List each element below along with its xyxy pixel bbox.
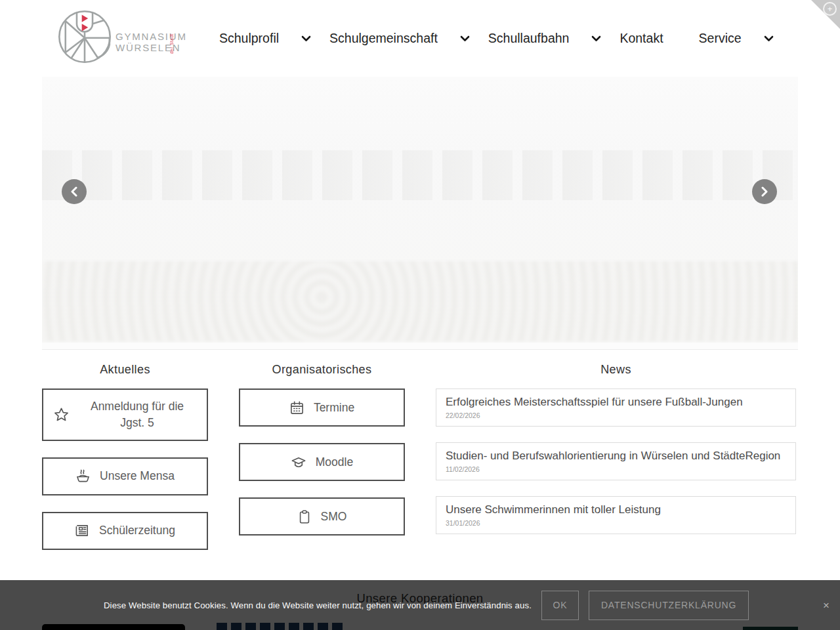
clipboard-icon	[297, 509, 312, 524]
button-label: Termine	[314, 400, 354, 416]
newspaper-icon	[75, 523, 90, 538]
close-icon[interactable]: ×	[823, 600, 830, 611]
termine-button[interactable]: Termine	[239, 388, 405, 427]
hero-image-ground	[42, 261, 798, 341]
news-title: News	[436, 363, 796, 377]
aktuelles-title: Aktuelles	[42, 363, 208, 377]
site-logo[interactable]: GYMNASIUM WÜRSELEN der Stadt	[56, 9, 188, 69]
aktuelles-column: Aktuelles Anmeldung für die Jgst. 5 Unse…	[42, 359, 208, 566]
nav-label: Service	[699, 31, 742, 46]
nav-item-kontakt[interactable]: Kontakt	[610, 31, 672, 46]
news-item-date: 11/02/2026	[446, 465, 786, 473]
cookie-privacy-button[interactable]: DATENSCHUTZERKLÄRUNG	[589, 591, 749, 620]
logo-subtitle: der Stadt	[169, 30, 174, 54]
news-item-title: Unsere Schwimmerinnen mit toller Leistun…	[446, 503, 786, 517]
news-item[interactable]: Studien- und Berufswahlorientierung in W…	[436, 442, 796, 480]
button-label: Schülerzeitung	[99, 522, 175, 539]
smo-button[interactable]: SMO	[239, 497, 405, 536]
hero-slider	[42, 77, 798, 350]
button-label: Unsere Mensa	[100, 468, 175, 484]
news-item[interactable]: Unsere Schwimmerinnen mit toller Leistun…	[436, 496, 796, 534]
slider-prev-button[interactable]	[62, 179, 87, 204]
slider-next-button[interactable]	[752, 179, 777, 204]
nav-label: Kontakt	[620, 31, 663, 46]
moodle-button[interactable]: Moodle	[239, 443, 405, 481]
hero-bottom-strip	[42, 343, 798, 349]
news-item-title: Studien- und Berufswahlorientierung in W…	[446, 449, 786, 463]
hero-image-windows	[42, 150, 798, 200]
chevron-right-icon	[761, 186, 768, 197]
star-icon	[54, 407, 69, 422]
chevron-down-icon	[301, 35, 311, 42]
nav-label: Schulgemeinschaft	[329, 31, 438, 46]
nav-label: Schulprofil	[219, 31, 279, 46]
nav-label: Schullaufbahn	[488, 31, 570, 46]
nav-item-service[interactable]: Service	[690, 31, 783, 46]
plus-icon[interactable]: +	[823, 2, 837, 16]
chevron-left-icon	[70, 186, 78, 197]
nav-item-schulprofil[interactable]: Schulprofil	[210, 31, 320, 46]
meal-icon	[75, 469, 91, 484]
site-header: GYMNASIUM WÜRSELEN der Stadt Schulprofil…	[0, 0, 840, 77]
nav-item-schullaufbahn[interactable]: Schullaufbahn	[479, 31, 611, 46]
cookie-banner: Diese Website benutzt Cookies. Wenn du d…	[0, 580, 840, 630]
school-logo-icon	[56, 9, 113, 65]
logo-line2: WÜRSELEN	[116, 42, 187, 53]
schuelerzeitung-button[interactable]: Schülerzeitung	[42, 512, 208, 550]
organisatorisches-column: Organisatorisches Termine Moodle SMO	[239, 359, 405, 552]
cookie-ok-button[interactable]: OK	[541, 591, 579, 620]
mensa-button[interactable]: Unsere Mensa	[42, 457, 208, 495]
logo-wordmark: GYMNASIUM WÜRSELEN	[116, 31, 187, 53]
anmeldung-jgst5-button[interactable]: Anmeldung für die Jgst. 5	[42, 388, 208, 441]
button-label: SMO	[321, 509, 347, 525]
cookie-message: Diese Website benutzt Cookies. Wenn du d…	[104, 600, 532, 610]
news-item-date: 22/02/2026	[446, 411, 786, 419]
news-item[interactable]: Erfolgreiches Meisterschaftsspiel für un…	[436, 388, 796, 427]
chevron-down-icon	[764, 35, 774, 42]
calendar-icon	[289, 400, 304, 415]
main-nav: Schulprofil Schulgemeinschaft Schullaufb…	[210, 0, 783, 77]
chevron-down-icon	[591, 35, 601, 42]
button-label: Anmeldung für die Jgst. 5	[78, 398, 196, 431]
organisatorisches-title: Organisatorisches	[239, 363, 405, 377]
news-column: News Erfolgreiches Meisterschaftsspiel f…	[436, 359, 796, 550]
news-item-date: 31/01/2026	[446, 519, 786, 527]
news-item-title: Erfolgreiches Meisterschaftsspiel für un…	[446, 395, 786, 410]
nav-item-schulgemeinschaft[interactable]: Schulgemeinschaft	[320, 31, 479, 46]
graduation-cap-icon	[291, 455, 306, 470]
logo-line1: GYMNASIUM	[116, 31, 187, 42]
button-label: Moodle	[316, 454, 353, 471]
chevron-down-icon	[460, 35, 470, 42]
